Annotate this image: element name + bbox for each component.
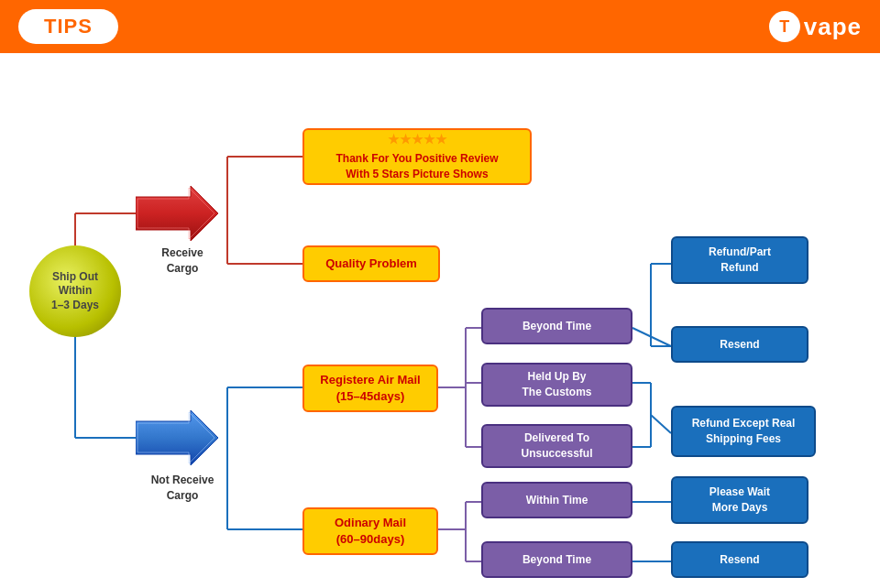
thank-you-line1: Thank For You Positive Review [336, 151, 499, 167]
beyond-time-2-box: Beyond Time [481, 541, 632, 578]
registered-air-mail-box: Registere Air Mail (15–45days) [302, 365, 438, 412]
svg-line-26 [651, 415, 671, 433]
ship-out-line3: 1–3 Days [51, 299, 99, 311]
resend-2-label: Resend [720, 552, 759, 568]
beyond-time-1-label: Beyond Time [522, 319, 591, 334]
quality-problem-box: Quality Problem [302, 245, 440, 282]
beyond-time-1-box: Beyond Time [481, 308, 632, 344]
ship-out-circle: Ship Out Within 1–3 Days [29, 245, 121, 337]
delivered-line1: Delivered To [524, 430, 589, 446]
resend-1-box: Resend [671, 326, 808, 363]
please-wait-line2: More Days [712, 500, 768, 516]
delivered-line2: Unsuccessful [521, 446, 592, 462]
resend-2-box: Resend [671, 541, 808, 578]
diagram: Ship Out Within 1–3 Days Receive Cargo [0, 53, 880, 588]
quality-problem-label: Quality Problem [325, 256, 417, 272]
svg-marker-29 [136, 186, 218, 241]
held-up-line1: Held Up By [527, 369, 586, 385]
logo-text: vape [804, 13, 862, 41]
ordinary-mail-box: Odinary Mail (60–90days) [302, 507, 438, 555]
receive-cargo-label: Receive Cargo [141, 245, 224, 277]
stars-icon: ★★★★★ [388, 131, 447, 149]
held-up-box: Held Up By The Customs [481, 363, 632, 407]
refund-except-box: Refund Except Real Shipping Fees [671, 406, 816, 457]
logo-circle: T [769, 11, 800, 42]
refund-part-line1: Refund/Part [709, 245, 771, 260]
ordinary-line1: Odinary Mail [335, 515, 406, 531]
please-wait-box: Please Wait More Days [671, 476, 808, 524]
ship-out-line2: Within [59, 284, 93, 297]
not-receive-cargo-arrow [136, 410, 218, 465]
tips-badge: TIPS [18, 9, 118, 44]
refund-part-line2: Refund [720, 260, 758, 276]
thank-you-line2: With 5 Stars Picture Shows [346, 167, 488, 182]
within-time-box: Within Time [481, 482, 632, 518]
receive-cargo-arrow [136, 186, 218, 241]
thank-you-box: ★★★★★ Thank For You Positive Review With… [302, 128, 532, 185]
delivered-unsuccessful-box: Delivered To Unsuccessful [481, 424, 632, 468]
ordinary-line2: (60–90days) [336, 531, 404, 548]
svg-marker-31 [136, 410, 218, 465]
registered-line1: Registere Air Mail [320, 372, 420, 388]
svg-line-22 [632, 328, 671, 346]
ship-out-line1: Ship Out [52, 270, 98, 283]
not-receive-cargo-label: Not Receive Cargo [141, 473, 224, 504]
please-wait-line1: Please Wait [710, 485, 770, 500]
beyond-time-2-label: Beyond Time [522, 552, 591, 568]
within-time-label: Within Time [526, 493, 588, 508]
logo: T vape [769, 11, 862, 42]
refund-part-box: Refund/Part Refund [671, 236, 808, 284]
header: TIPS T vape [0, 0, 880, 53]
refund-except-line2: Shipping Fees [706, 431, 781, 447]
resend-1-label: Resend [720, 337, 759, 353]
held-up-line2: The Customs [522, 385, 591, 400]
registered-line2: (15–45days) [336, 388, 404, 405]
refund-except-line1: Refund Except Real [692, 416, 796, 431]
